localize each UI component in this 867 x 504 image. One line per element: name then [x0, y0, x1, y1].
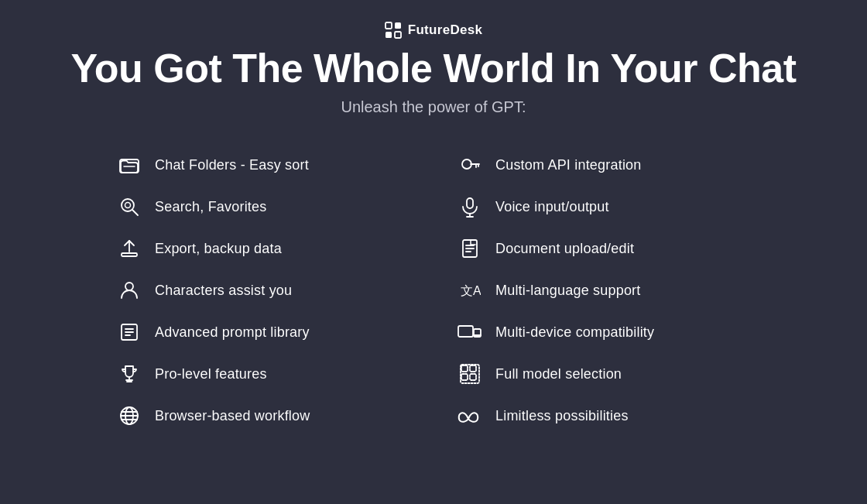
feature-limitless-label: Limitless possibilities: [495, 408, 629, 424]
svg-point-10: [125, 283, 133, 290]
feature-export-label: Export, backup data: [155, 241, 282, 257]
svg-rect-41: [470, 374, 476, 380]
features-right-column: Custom API integration Voice input/outpu…: [457, 144, 751, 437]
feature-search-label: Search, Favorites: [155, 199, 266, 215]
feature-multidevice-label: Multi-device compatibility: [495, 324, 654, 341]
svg-rect-40: [461, 374, 468, 380]
grid-icon: [457, 361, 483, 387]
feature-characters-label: Characters assist you: [155, 283, 292, 299]
feature-model-label: Full model selection: [495, 366, 622, 382]
logo-bar: FutureDesk: [385, 22, 483, 39]
feature-voice-label: Voice input/output: [495, 199, 609, 215]
feature-document-label: Document upload/edit: [495, 241, 634, 257]
svg-rect-38: [461, 365, 468, 372]
feature-multilang: 文A Multi-language support: [457, 269, 751, 311]
infinity-icon: [457, 403, 483, 429]
feature-multilang-label: Multi-language support: [495, 283, 641, 299]
svg-rect-3: [395, 32, 401, 38]
feature-api-label: Custom API integration: [495, 157, 642, 173]
logo-icon: [385, 22, 402, 39]
page-subheadline: Unleash the power of GPT:: [341, 98, 526, 116]
globe-icon: [116, 403, 142, 429]
feature-characters: Characters assist you: [116, 269, 410, 311]
feature-export-backup: Export, backup data: [116, 228, 410, 269]
svg-text:文A: 文A: [461, 284, 481, 297]
brand-name: FutureDesk: [408, 22, 483, 38]
svg-rect-39: [470, 365, 476, 372]
svg-rect-27: [467, 198, 473, 208]
feature-custom-api: Custom API integration: [457, 144, 751, 186]
features-grid: Chat Folders - Easy sort Search, Favorit…: [116, 144, 751, 437]
upload-icon: [116, 235, 142, 262]
person-icon: [116, 277, 142, 303]
feature-voice: Voice input/output: [457, 186, 751, 228]
feature-multidevice: Multi-device compatibility: [457, 311, 751, 353]
svg-point-8: [125, 203, 131, 208]
svg-rect-0: [386, 22, 392, 29]
feature-prompt-library: Advanced prompt library: [116, 311, 410, 353]
feature-model-selection: Full model selection: [457, 353, 751, 395]
svg-line-7: [132, 210, 138, 215]
feature-limitless: Limitless possibilities: [457, 395, 751, 437]
feature-search-favorites: Search, Favorites: [116, 186, 410, 228]
page-headline: You Got The Whole World In Your Chat: [70, 46, 796, 91]
book-icon: [116, 319, 142, 345]
svg-rect-1: [395, 22, 401, 29]
feature-chat-folders-label: Chat Folders - Easy sort: [155, 157, 309, 173]
features-left-column: Chat Folders - Easy sort Search, Favorit…: [116, 144, 410, 437]
document-icon: [457, 235, 483, 262]
feature-prompt-label: Advanced prompt library: [155, 324, 310, 341]
devices-icon: [457, 319, 483, 345]
translate-icon: 文A: [457, 277, 483, 303]
feature-chat-folders: Chat Folders - Easy sort: [116, 144, 410, 186]
key-icon: [457, 152, 483, 178]
folder-icon: [116, 152, 142, 178]
feature-pro-features: Pro-level features: [116, 353, 410, 395]
feature-browser-label: Browser-based workflow: [155, 408, 310, 424]
svg-rect-35: [458, 326, 473, 337]
feature-pro-label: Pro-level features: [155, 366, 267, 382]
mic-icon: [457, 194, 483, 220]
trophy-icon: [116, 361, 142, 387]
feature-document: Document upload/edit: [457, 228, 751, 269]
feature-browser-workflow: Browser-based workflow: [116, 395, 410, 437]
svg-rect-9: [122, 253, 137, 256]
svg-rect-2: [386, 32, 392, 38]
search-icon: [116, 194, 142, 220]
